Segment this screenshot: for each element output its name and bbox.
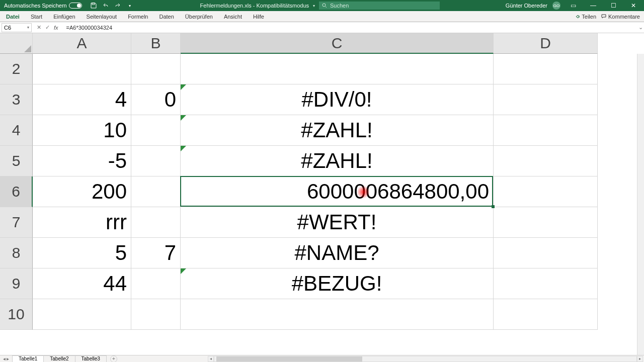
cell-B8[interactable]: 7 bbox=[131, 238, 181, 268]
ribbon-display-icon[interactable]: ▭ bbox=[566, 2, 581, 9]
row-header-8[interactable]: 8 bbox=[0, 238, 33, 268]
row-header-2[interactable]: 2 bbox=[0, 54, 33, 84]
hscroll-right-icon[interactable]: ▸ bbox=[637, 356, 643, 362]
document-title: Fehlermeldungen.xls - Kompatibilitätsmod… bbox=[200, 3, 309, 9]
worksheet-grid[interactable]: ABCD 2345678910 40#DIV/0!10#ZAHL!-5#ZAHL… bbox=[0, 33, 644, 355]
save-icon[interactable] bbox=[90, 2, 97, 9]
search-placeholder: Suchen bbox=[330, 3, 349, 9]
ribbon-tab-seitenlayout[interactable]: Seitenlayout bbox=[86, 12, 118, 22]
toggle-switch-icon bbox=[69, 3, 82, 9]
cell-A5[interactable]: -5 bbox=[33, 146, 131, 176]
title-dropdown-icon[interactable]: ▾ bbox=[313, 4, 315, 8]
ribbon-tab-hilfe[interactable]: Hilfe bbox=[252, 12, 265, 22]
cell-D7[interactable] bbox=[494, 207, 598, 238]
cell-A6[interactable]: 200 bbox=[33, 176, 131, 207]
ribbon-tab-ansicht[interactable]: Ansicht bbox=[223, 12, 243, 22]
fill-handle[interactable] bbox=[492, 205, 495, 208]
row-header-7[interactable]: 7 bbox=[0, 207, 33, 238]
cell-B7[interactable] bbox=[131, 207, 181, 238]
ribbon-tab-daten[interactable]: Daten bbox=[158, 12, 175, 22]
maximize-button[interactable]: ☐ bbox=[606, 2, 621, 9]
sheet-nav-next-icon[interactable]: ▸ bbox=[7, 356, 9, 361]
minimize-button[interactable]: — bbox=[586, 2, 601, 9]
cell-C8[interactable]: #NAME? bbox=[181, 238, 494, 268]
cell-C5[interactable]: #ZAHL! bbox=[181, 146, 494, 176]
ribbon-tab-start[interactable]: Start bbox=[30, 12, 43, 22]
ribbon-tab-datei[interactable]: Datei bbox=[5, 12, 21, 22]
quick-access-toolbar: ▾ bbox=[86, 2, 137, 9]
qat-dropdown-icon[interactable]: ▾ bbox=[126, 2, 133, 9]
redo-icon[interactable] bbox=[114, 2, 121, 9]
row-header-5[interactable]: 5 bbox=[0, 146, 33, 176]
formula-bar-expand-icon[interactable]: ⌄ bbox=[637, 24, 644, 31]
ribbon-tab-formeln[interactable]: Formeln bbox=[127, 12, 149, 22]
row-header-6[interactable]: 6 bbox=[0, 176, 33, 207]
cell-A8[interactable]: 5 bbox=[33, 238, 131, 268]
column-header-A[interactable]: A bbox=[33, 33, 131, 54]
cell-reference: C6 bbox=[4, 25, 11, 31]
cancel-formula-icon[interactable]: ✕ bbox=[37, 24, 41, 31]
svg-rect-0 bbox=[92, 3, 95, 5]
column-header-D[interactable]: D bbox=[494, 33, 598, 54]
ribbon-tab-einfügen[interactable]: Einfügen bbox=[52, 12, 76, 22]
avatar[interactable]: GO bbox=[552, 2, 560, 10]
cell-D2[interactable] bbox=[494, 54, 598, 84]
fx-icon[interactable]: fx bbox=[54, 25, 58, 31]
row-header-9[interactable]: 9 bbox=[0, 268, 33, 299]
row-header-4[interactable]: 4 bbox=[0, 115, 33, 146]
autosave-label: Automatisches Speichern bbox=[4, 3, 67, 9]
autosave-toggle[interactable]: Automatisches Speichern bbox=[0, 3, 86, 9]
cell-C2[interactable] bbox=[181, 54, 494, 84]
cell-B6[interactable] bbox=[131, 176, 181, 207]
username-label: Günter Obereder bbox=[506, 3, 547, 9]
sheet-nav-prev-icon[interactable]: ◂ bbox=[3, 356, 6, 361]
close-button[interactable]: ✕ bbox=[626, 2, 641, 9]
cell-D3[interactable] bbox=[494, 84, 598, 115]
cell-C4[interactable]: #ZAHL! bbox=[181, 115, 494, 146]
cell-A7[interactable]: rrr bbox=[33, 207, 131, 238]
cell-B5[interactable] bbox=[131, 146, 181, 176]
cell-A3[interactable]: 4 bbox=[33, 84, 131, 115]
search-input[interactable]: Suchen bbox=[319, 2, 440, 10]
select-all-button[interactable] bbox=[0, 33, 33, 54]
column-header-C[interactable]: C bbox=[181, 33, 494, 54]
cell-D8[interactable] bbox=[494, 238, 598, 268]
cell-D6[interactable] bbox=[494, 176, 598, 207]
cell-D9[interactable] bbox=[494, 268, 598, 299]
cell-B4[interactable] bbox=[131, 115, 181, 146]
cell-C3[interactable]: #DIV/0! bbox=[181, 84, 494, 115]
formula-input[interactable]: =A6*30000034324 bbox=[63, 25, 637, 31]
sheet-tab-tabelle1[interactable]: Tabelle1 bbox=[12, 355, 44, 363]
comments-button[interactable]: Kommentare bbox=[601, 14, 640, 20]
cell-B10[interactable] bbox=[131, 299, 181, 330]
row-header-3[interactable]: 3 bbox=[0, 84, 33, 115]
ribbon-tab-überprüfen[interactable]: Überprüfen bbox=[184, 12, 214, 22]
formula-bar: C6 ▾ ✕ ✓ fx =A6*30000034324 ⌄ bbox=[0, 22, 644, 33]
sheet-tab-tabelle3[interactable]: Tabelle3 bbox=[75, 355, 107, 363]
horizontal-scrollbar[interactable] bbox=[214, 356, 637, 362]
undo-icon[interactable] bbox=[102, 2, 109, 9]
cell-C7[interactable]: #WERT! bbox=[181, 207, 494, 238]
cell-A9[interactable]: 44 bbox=[33, 268, 131, 299]
add-sheet-button[interactable]: + bbox=[110, 355, 117, 363]
row-header-10[interactable]: 10 bbox=[0, 299, 33, 330]
name-box[interactable]: C6 ▾ bbox=[2, 23, 32, 32]
cell-B3[interactable]: 0 bbox=[131, 84, 181, 115]
cell-C9[interactable]: #BEZUG! bbox=[181, 268, 494, 299]
share-button[interactable]: Teilen bbox=[575, 14, 596, 20]
cell-C10[interactable] bbox=[181, 299, 494, 330]
cell-B9[interactable] bbox=[131, 268, 181, 299]
cell-B2[interactable] bbox=[131, 54, 181, 84]
cell-D10[interactable] bbox=[494, 299, 598, 330]
cell-A4[interactable]: 10 bbox=[33, 115, 131, 146]
cell-A10[interactable] bbox=[33, 299, 131, 330]
hscroll-left-icon[interactable]: ◂ bbox=[208, 356, 214, 362]
column-header-B[interactable]: B bbox=[131, 33, 181, 54]
cell-A2[interactable] bbox=[33, 54, 131, 84]
sheet-tab-tabelle2[interactable]: Tabelle2 bbox=[43, 355, 75, 363]
cell-D5[interactable] bbox=[494, 146, 598, 176]
vertical-scrollbar[interactable] bbox=[637, 54, 644, 355]
accept-formula-icon[interactable]: ✓ bbox=[45, 24, 50, 31]
cell-D4[interactable] bbox=[494, 115, 598, 146]
cell-C6[interactable]: 6000006864800,00 bbox=[181, 176, 494, 207]
